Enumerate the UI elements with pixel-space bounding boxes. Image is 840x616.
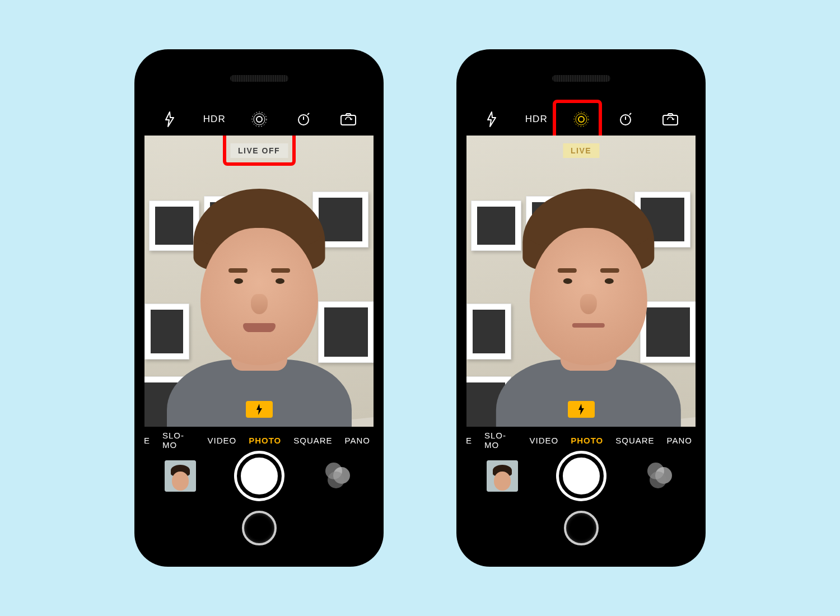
mode-timelapse[interactable]: SE — [144, 436, 150, 445]
camera-flip-button[interactable] — [657, 113, 683, 126]
phone-speaker — [230, 75, 288, 82]
camera-top-toolbar: HDR — [144, 103, 374, 136]
hdr-button[interactable]: HDR — [202, 114, 227, 125]
iphone-left: HDR — [134, 49, 384, 567]
flash-icon — [164, 111, 176, 127]
live-photo-button[interactable] — [568, 111, 594, 128]
mode-square[interactable]: SQUARE — [293, 436, 332, 445]
phone-speaker — [552, 75, 610, 82]
flash-warning-badge — [246, 401, 273, 418]
iphone-right: HDR — [456, 49, 706, 567]
camera-flip-icon — [340, 113, 357, 126]
mode-photo[interactable]: PHOTO — [571, 436, 603, 445]
svg-point-2 — [252, 112, 267, 127]
mode-video[interactable]: VIDEO — [207, 436, 236, 445]
flash-icon — [255, 404, 263, 415]
mode-slomo[interactable]: SLO-MO — [162, 431, 195, 450]
home-button[interactable] — [242, 511, 277, 545]
live-photo-icon — [251, 111, 268, 128]
annotation-highlight — [223, 136, 296, 166]
flash-icon — [577, 404, 585, 415]
mode-square[interactable]: SQUARE — [615, 436, 654, 445]
timer-icon — [618, 112, 633, 127]
camera-top-toolbar: HDR — [466, 103, 696, 136]
camera-mode-selector[interactable]: SE SLO-MO VIDEO PHOTO SQUARE PANO — [466, 427, 696, 454]
flash-warning-badge — [568, 401, 595, 418]
svg-point-1 — [254, 114, 265, 125]
camera-viewfinder[interactable]: LIVE OFF — [144, 136, 374, 427]
filters-button[interactable] — [322, 460, 353, 492]
mode-photo[interactable]: PHOTO — [249, 436, 281, 445]
timer-button[interactable] — [291, 112, 316, 127]
timer-icon — [296, 112, 311, 127]
mode-timelapse[interactable]: SE — [466, 436, 472, 445]
home-button[interactable] — [564, 511, 599, 545]
timer-button[interactable] — [613, 112, 638, 127]
last-photo-thumbnail[interactable] — [165, 460, 196, 492]
mode-slomo[interactable]: SLO-MO — [484, 431, 517, 450]
mode-pano[interactable]: PANO — [667, 436, 692, 445]
shutter-button[interactable] — [559, 454, 604, 498]
mode-pano[interactable]: PANO — [345, 436, 370, 445]
camera-flip-button[interactable] — [335, 113, 361, 126]
flash-icon — [486, 111, 498, 127]
camera-mode-selector[interactable]: SE SLO-MO VIDEO PHOTO SQUARE PANO — [144, 427, 374, 454]
filters-button[interactable] — [644, 460, 675, 492]
hdr-button[interactable]: HDR — [524, 114, 549, 125]
svg-point-0 — [256, 116, 262, 122]
shutter-button[interactable] — [237, 454, 282, 498]
viewfinder-subject — [498, 214, 678, 427]
flash-button[interactable] — [479, 111, 505, 127]
live-photo-status-label: LIVE — [563, 143, 599, 158]
mode-video[interactable]: VIDEO — [529, 436, 558, 445]
flash-button[interactable] — [157, 111, 183, 127]
camera-screen: HDR — [144, 59, 374, 557]
last-photo-thumbnail[interactable] — [487, 460, 518, 492]
camera-viewfinder[interactable]: LIVE — [466, 136, 696, 427]
camera-screen: HDR — [466, 59, 696, 557]
viewfinder-subject — [170, 214, 349, 427]
camera-flip-icon — [662, 113, 679, 126]
live-photo-button[interactable] — [246, 111, 272, 128]
